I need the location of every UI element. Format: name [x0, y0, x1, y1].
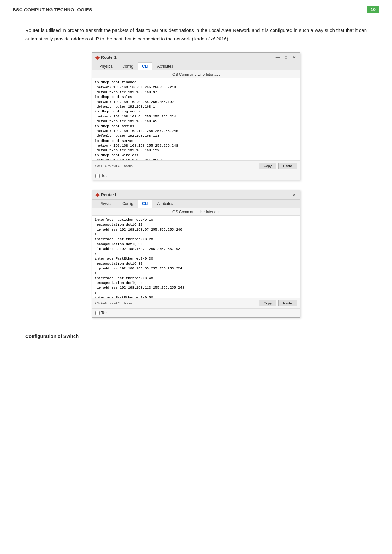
- tab-cli-2[interactable]: CLI: [138, 200, 152, 208]
- cli-hint-2: Ctrl+F6 to exit CLI focus: [95, 301, 133, 305]
- paste-button-2[interactable]: Paste: [278, 300, 297, 306]
- router-window-2: ◆ Router1 — □ ✕ Physical Config CLI Attr…: [92, 190, 300, 318]
- top-checkbox-1[interactable]: [95, 174, 100, 178]
- cli-buttons-1: Copy Paste: [259, 163, 297, 169]
- cli-area-2[interactable]: interface FastEthernet0/0.10 encapsulati…: [92, 216, 300, 298]
- window-controls-1: — □ ✕: [275, 55, 297, 59]
- window-controls-2: — □ ✕: [275, 193, 297, 197]
- minimize-button-1[interactable]: —: [275, 55, 281, 59]
- header-title: BSC COMPUTING TECHNOLOGIES: [13, 7, 92, 12]
- router-window-1: ◆ Router1 — □ ✕ Physical Config CLI Attr…: [92, 52, 300, 180]
- titlebar-1: ◆ Router1 — □ ✕: [92, 53, 300, 62]
- tab-config-1[interactable]: Config: [118, 62, 137, 70]
- ios-header-2: IOS Command Line Interface: [92, 208, 300, 216]
- page-header: BSC COMPUTING TECHNOLOGIES 10: [0, 0, 392, 16]
- restore-button-2[interactable]: □: [284, 193, 288, 197]
- top-label-2: Top: [101, 311, 107, 315]
- body-paragraph: Router is utilised in order to transmit …: [25, 27, 367, 41]
- paste-button-1[interactable]: Paste: [278, 163, 297, 169]
- copy-button-1[interactable]: Copy: [259, 163, 277, 169]
- top-checkbox-2[interactable]: [95, 311, 100, 315]
- tab-config-2[interactable]: Config: [118, 200, 137, 208]
- titlebar-2: ◆ Router1 — □ ✕: [92, 190, 300, 200]
- tab-cli-1[interactable]: CLI: [138, 62, 152, 70]
- ios-header-1: IOS Command Line Interface: [92, 70, 300, 78]
- minimize-button-2[interactable]: —: [275, 193, 281, 197]
- tab-physical-1[interactable]: Physical: [95, 62, 118, 70]
- close-button-1[interactable]: ✕: [292, 55, 297, 59]
- restore-button-1[interactable]: □: [284, 55, 288, 59]
- window-title-1: ◆ Router1: [95, 54, 117, 60]
- close-button-2[interactable]: ✕: [292, 193, 297, 197]
- cli-footer-2: Ctrl+F6 to exit CLI focus Copy Paste: [92, 298, 300, 308]
- copy-button-2[interactable]: Copy: [259, 300, 277, 306]
- router-icon-2: ◆: [95, 192, 99, 198]
- window-title-label-1: Router1: [101, 55, 117, 60]
- section-heading: Configuration of Switch: [0, 327, 392, 342]
- cli-footer-1: Ctrl+F6 to exit CLI focus Copy Paste: [92, 160, 300, 171]
- page-number: 10: [367, 6, 379, 13]
- top-label-1: Top: [101, 173, 107, 178]
- top-row-1: Top: [92, 171, 300, 180]
- tabs-2: Physical Config CLI Attributes: [92, 200, 300, 208]
- router-icon-1: ◆: [95, 54, 99, 60]
- section-heading-text: Configuration of Switch: [25, 334, 79, 339]
- tab-physical-2[interactable]: Physical: [95, 200, 118, 208]
- cli-hint-1: Ctrl+F6 to exit CLI focus: [95, 164, 133, 168]
- window-title-2: ◆ Router1: [95, 192, 117, 198]
- window-title-label-2: Router1: [101, 192, 117, 197]
- top-row-2: Top: [92, 308, 300, 317]
- tabs-1: Physical Config CLI Attributes: [92, 62, 300, 70]
- cli-buttons-2: Copy Paste: [259, 300, 297, 306]
- tab-attributes-1[interactable]: Attributes: [153, 62, 177, 70]
- tab-attributes-2[interactable]: Attributes: [153, 200, 177, 208]
- cli-area-1[interactable]: ip dhcp pool finance network 192.168.168…: [92, 78, 300, 160]
- body-text: Router is utilised in order to transmit …: [0, 16, 392, 43]
